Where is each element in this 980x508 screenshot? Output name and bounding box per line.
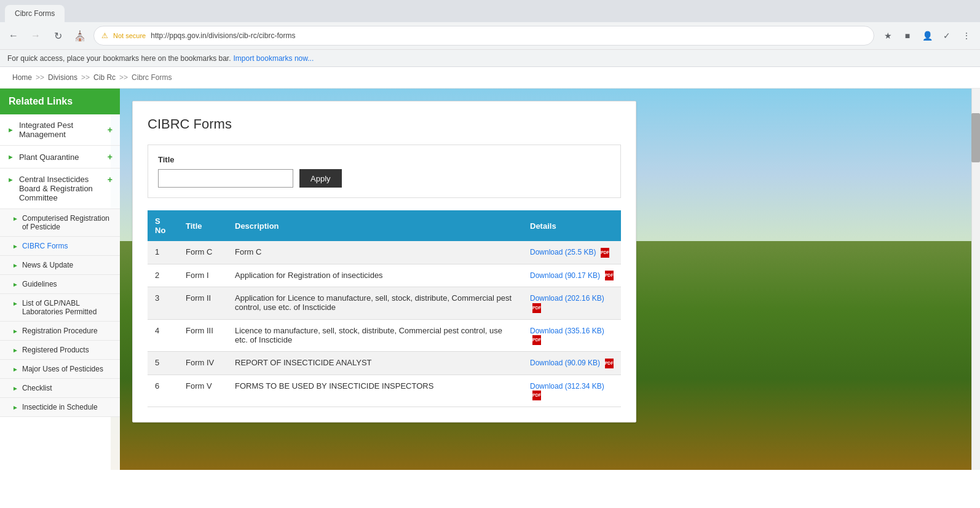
sidebar-sub-item-6: ► Registered Products [0,341,120,360]
row-title-1: Form C [178,241,227,264]
breadcrumb-current: Cibrc Forms [132,73,172,82]
sidebar-sub-link-labs[interactable]: ► List of GLP/NABL Laboratories Permitte… [0,294,120,321]
download-link-5[interactable]: Download (90.09 KB) [530,359,600,367]
import-bookmarks-link[interactable]: Import bookmarks now... [234,54,314,63]
address-bar[interactable]: ⚠ Not secure http://ppqs.gov.in/division… [93,26,874,46]
row-desc-2: Application for Registration of insectic… [227,264,523,287]
sub-label-4: List of GLP/NABL Laboratories Permitted [22,299,113,316]
table-row: 4 Form III Licence to manufacture, sell,… [148,319,621,352]
breadcrumb-sep-1: >> [36,73,44,82]
sub-label-0: Computerised Registration of Pesticide [22,214,113,231]
pq-label: Plant Quarantine [19,153,79,162]
sidebar-sub-link-computerised[interactable]: ► Computerised Registration of Pesticide [0,209,120,236]
sub-arrow-8: ► [12,385,18,392]
sidebar-sub-link-regproc[interactable]: ► Registration Procedure [0,322,120,340]
row-title-4: Form III [178,319,227,352]
chrome-secure-icon[interactable]: ✓ [938,27,955,44]
sub-arrow-2: ► [12,262,18,269]
breadcrumb-cib-rc[interactable]: Cib Rc [93,73,116,82]
menu-button[interactable]: ⋮ [958,27,975,44]
sidebar-sub-link-news[interactable]: ► News & Update [0,256,120,274]
table-row: 2 Form I Application for Registration of… [148,264,621,287]
main-layout: Related Links ► Integrated Pest Manageme… [0,89,980,470]
reload-button[interactable]: ↻ [49,27,66,44]
table-header: S No Title Description Details [148,210,621,241]
sidebar-link-cib[interactable]: ► Central Insecticides Board & Registrat… [0,169,120,208]
bookmark-button[interactable]: ★ [879,27,896,44]
row-desc-5: REPORT OF INSECTICIDE ANALYST [227,352,523,375]
sidebar-sub-link-insecticide[interactable]: ► Insecticide in Schedule [0,398,120,416]
tab-title: Cibrc Forms [15,9,55,18]
row-details-3: Download (202.16 KB) PDF [523,287,621,320]
header-details: Details [523,210,621,241]
breadcrumb-divisions[interactable]: Divisions [48,73,77,82]
security-label: Not secure [113,32,146,39]
ipm-arrow-icon: ► [7,126,14,133]
download-link-4[interactable]: Download (335.16 KB) [530,327,604,335]
home-button[interactable]: ⛪ [71,27,89,44]
extensions-button[interactable]: ■ [899,27,916,44]
sidebar-sub-link-regprods[interactable]: ► Registered Products [0,341,120,359]
forms-table: S No Title Description Details 1 Form C … [148,210,621,407]
row-details-2: Download (90.17 KB) PDF [523,264,621,287]
bookmarks-text: For quick access, place your bookmarks h… [7,54,231,63]
header-title: Title [178,210,227,241]
sub-label-7: Major Uses of Pesticides [22,365,103,373]
row-desc-4: Licence to manufacture, sell, stock, dis… [227,319,523,352]
sidebar-sub-link-majoruses[interactable]: ► Major Uses of Pesticides [0,360,120,378]
sidebar-sub-link-cibrcforms[interactable]: ► CIBRC Forms [0,237,120,255]
row-sno-6: 6 [148,375,178,407]
row-title-3: Form II [178,287,227,320]
browser-tabs: Cibrc Forms [0,0,980,22]
table-body: 1 Form C Form C Download (25.5 KB) PDF 2… [148,241,621,407]
row-sno-2: 2 [148,264,178,287]
sidebar-item-pq: ► Plant Quarantine + [0,146,120,169]
row-sno-1: 1 [148,241,178,264]
sidebar-arrow-cib: ► Central Insecticides Board & Registrat… [7,175,108,202]
sidebar-sub-item-8: ► Checklist [0,379,120,398]
sidebar-link-ipm[interactable]: ► Integrated Pest Management + [0,114,120,145]
scroll-thumb[interactable] [971,113,980,162]
sidebar-sub-item-5: ► Registration Procedure [0,322,120,341]
download-link-6[interactable]: Download (312.34 KB) [530,382,604,391]
sidebar-arrow-ipm: ► Integrated Pest Management [7,121,108,139]
download-link-3[interactable]: Download (202.16 KB) [530,294,604,303]
row-title-6: Form V [178,375,227,407]
pq-plus-icon: + [108,152,113,162]
scrollbar[interactable] [971,89,980,470]
sub-arrow-9: ► [12,404,18,411]
row-sno-4: 4 [148,319,178,352]
breadcrumb-home[interactable]: Home [12,73,32,82]
download-link-1[interactable]: Download (25.5 KB) [530,248,596,256]
sidebar-sub-link-guidelines[interactable]: ► Guidelines [0,275,120,293]
sidebar-sub-item-0: ► Computerised Registration of Pesticide [0,209,120,237]
apply-button[interactable]: Apply [299,169,342,188]
sidebar-link-pq[interactable]: ► Plant Quarantine + [0,146,120,168]
title-filter-input[interactable] [158,169,293,188]
download-link-2[interactable]: Download (90.17 KB) [530,271,600,280]
sub-label-2: News & Update [22,261,73,269]
profile-button[interactable]: 👤 [919,27,936,44]
url-text: http://ppqs.gov.in/divisions/cib-rc/cibr… [151,31,866,40]
breadcrumb-sep-2: >> [81,73,90,82]
row-title-2: Form I [178,264,227,287]
sidebar-sub-link-checklist[interactable]: ► Checklist [0,379,120,397]
sub-arrow-3: ► [12,281,18,288]
active-tab[interactable]: Cibrc Forms [5,5,65,22]
forward-button[interactable]: → [27,27,44,44]
ipm-plus-icon: + [108,125,113,135]
back-button[interactable]: ← [5,27,22,44]
sub-arrow-4: ► [12,300,18,307]
sub-arrow-6: ► [12,347,18,354]
row-details-1: Download (25.5 KB) PDF [523,241,621,264]
sidebar-sub-item-3: ► Guidelines [0,275,120,294]
sidebar-sub-item-4: ► List of GLP/NABL Laboratories Permitte… [0,294,120,322]
sidebar-item-ipm: ► Integrated Pest Management + [0,114,120,146]
row-details-4: Download (335.16 KB) PDF [523,319,621,352]
ipm-label: Integrated Pest Management [19,121,108,139]
sub-label-3: Guidelines [22,280,57,288]
sidebar-sub-item-2: ► News & Update [0,256,120,275]
table-row: 3 Form II Application for Licence to man… [148,287,621,320]
pdf-icon-3: PDF [532,303,541,313]
filter-row: Apply [158,169,611,188]
